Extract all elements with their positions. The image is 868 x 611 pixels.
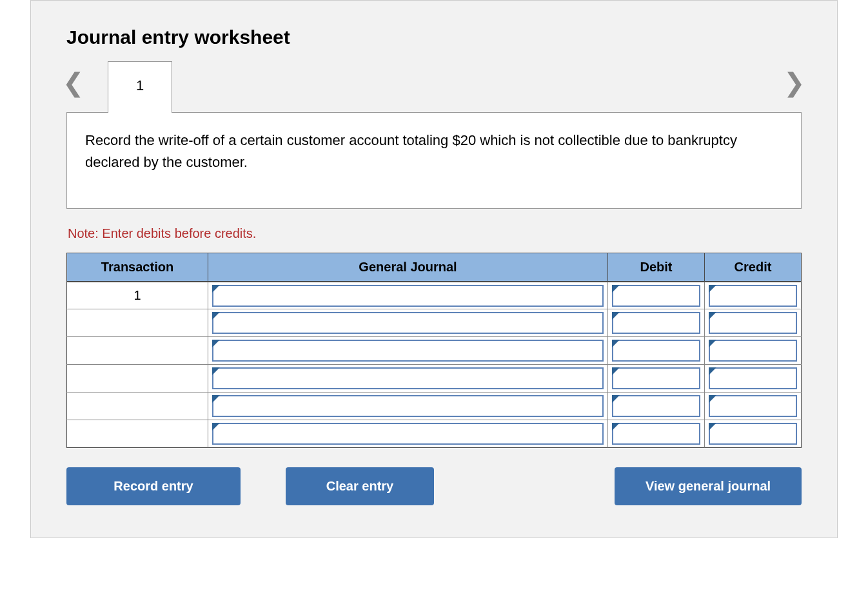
credit-cell[interactable] [705, 365, 802, 393]
button-row: Record entry Clear entry View general jo… [66, 467, 802, 505]
debit-cell[interactable] [608, 393, 705, 420]
transaction-cell [66, 309, 208, 337]
header-credit: Credit [705, 253, 802, 282]
transaction-cell [66, 337, 208, 365]
note-text: Note: Enter debits before credits. [68, 226, 802, 241]
debit-cell[interactable] [608, 282, 705, 309]
worksheet-panel: Journal entry worksheet ❮ 1 ❯ Record the… [30, 0, 838, 538]
header-general-journal: General Journal [208, 253, 608, 282]
tab-1[interactable]: 1 [108, 61, 172, 113]
credit-cell[interactable] [705, 337, 802, 365]
debit-input[interactable] [612, 285, 700, 307]
debit-cell[interactable] [608, 365, 705, 393]
general-journal-cell[interactable] [208, 393, 608, 420]
view-general-journal-button[interactable]: View general journal [615, 467, 802, 505]
credit-cell[interactable] [705, 420, 802, 448]
debit-cell[interactable] [608, 309, 705, 337]
transaction-cell: 1 [66, 282, 208, 309]
table-row [66, 393, 802, 420]
transaction-cell [66, 420, 208, 448]
credit-input[interactable] [709, 285, 797, 307]
general-journal-dropdown[interactable] [212, 367, 604, 389]
instruction-box: Record the write-off of a certain custom… [66, 112, 802, 209]
general-journal-cell[interactable] [208, 365, 608, 393]
credit-input[interactable] [709, 367, 797, 389]
record-entry-button[interactable]: Record entry [66, 467, 241, 505]
debit-input[interactable] [612, 340, 700, 362]
chevron-right-icon[interactable]: ❯ [784, 68, 805, 97]
general-journal-dropdown[interactable] [212, 423, 604, 445]
debit-cell[interactable] [608, 420, 705, 448]
journal-table: Transaction General Journal Debit Credit… [66, 253, 802, 448]
table-row [66, 365, 802, 393]
debit-input[interactable] [612, 395, 700, 417]
chevron-left-icon[interactable]: ❮ [63, 68, 84, 97]
general-journal-cell[interactable] [208, 337, 608, 365]
header-transaction: Transaction [66, 253, 208, 282]
spacer [434, 467, 615, 505]
general-journal-dropdown[interactable] [212, 312, 604, 334]
credit-cell[interactable] [705, 393, 802, 420]
tab-nav: ❮ 1 ❯ [66, 61, 802, 118]
credit-input[interactable] [709, 395, 797, 417]
tab-mask [108, 112, 172, 113]
credit-cell[interactable] [705, 309, 802, 337]
credit-cell[interactable] [705, 282, 802, 309]
table-row: 1 [66, 282, 802, 309]
general-journal-cell[interactable] [208, 420, 608, 448]
header-debit: Debit [608, 253, 705, 282]
table-row [66, 337, 802, 365]
table-row [66, 420, 802, 448]
clear-entry-button[interactable]: Clear entry [286, 467, 434, 505]
general-journal-dropdown[interactable] [212, 340, 604, 362]
credit-input[interactable] [709, 340, 797, 362]
credit-input[interactable] [709, 423, 797, 445]
debit-input[interactable] [612, 423, 700, 445]
general-journal-dropdown[interactable] [212, 285, 604, 307]
debit-input[interactable] [612, 367, 700, 389]
credit-input[interactable] [709, 312, 797, 334]
table-row [66, 309, 802, 337]
general-journal-dropdown[interactable] [212, 395, 604, 417]
general-journal-cell[interactable] [208, 282, 608, 309]
instruction-text: Record the write-off of a certain custom… [85, 132, 737, 170]
transaction-cell [66, 365, 208, 393]
debit-input[interactable] [612, 312, 700, 334]
general-journal-cell[interactable] [208, 309, 608, 337]
debit-cell[interactable] [608, 337, 705, 365]
page-title: Journal entry worksheet [66, 26, 802, 48]
transaction-cell [66, 393, 208, 420]
